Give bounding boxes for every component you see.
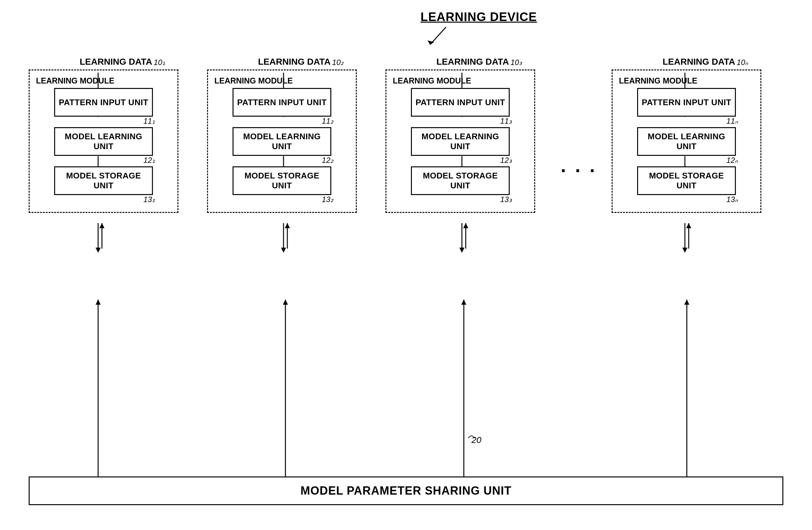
model-storage-unit-2: MODEL STORAGE UNIT: [233, 166, 331, 195]
learning-device-arrow: [420, 24, 459, 49]
diagram: LEARNING DEVICE: [0, 0, 812, 530]
sharing-unit-box: MODEL PARAMETER SHARING UNIT: [29, 476, 783, 505]
ref-13-2: 13₂: [322, 195, 334, 204]
svg-marker-19: [96, 248, 101, 253]
model-learning-unit-1: MODEL LEARNING UNIT: [54, 127, 153, 156]
svg-text:20: 20: [471, 435, 482, 445]
module-dashed-1: LEARNING MODULE PATTERN INPUT UNIT 11₁ M…: [29, 70, 178, 213]
module-col-3: LEARNING DATA 10₃ LEARNING MODULE PATTER…: [386, 57, 535, 213]
learning-data-1: LEARNING DATA 10₁: [79, 57, 165, 67]
model-learning-unit-2: MODEL LEARNING UNIT: [233, 127, 331, 156]
pattern-input-unit-2: PATTERN INPUT UNIT: [233, 88, 331, 117]
ref-11-2: 11₂: [322, 117, 334, 126]
learning-module-label-3: LEARNING MODULE: [393, 76, 471, 85]
ref-11-3: 11₃: [500, 117, 512, 126]
model-learning-unit-n: MODEL LEARNING UNIT: [637, 127, 736, 156]
learning-data-3: LEARNING DATA 10₃: [436, 57, 522, 67]
learning-device-section: LEARNING DEVICE: [420, 10, 537, 49]
ref-13-3: 13₃: [500, 195, 512, 204]
svg-marker-21: [99, 223, 104, 228]
ref-12-n: 12ₙ: [726, 156, 738, 165]
svg-marker-45: [684, 300, 690, 305]
ref-11-1: 11₁: [143, 117, 155, 126]
pattern-input-unit-1: PATTERN INPUT UNIT: [54, 88, 153, 117]
learning-device-label: LEARNING DEVICE: [420, 10, 537, 24]
svg-marker-33: [686, 223, 691, 228]
ref-12-3: 12₃: [500, 156, 512, 165]
pattern-input-unit-3: PATTERN INPUT UNIT: [411, 88, 510, 117]
model-storage-unit-1: MODEL STORAGE UNIT: [54, 166, 153, 195]
ref-13-1: 13₁: [143, 195, 155, 204]
model-learning-unit-3: MODEL LEARNING UNIT: [411, 127, 510, 156]
learning-data-2: LEARNING DATA 10₂: [258, 57, 344, 67]
model-storage-unit-n: MODEL STORAGE UNIT: [637, 166, 736, 195]
module-col-n: LEARNING DATA 10ₙ LEARNING MODULE PATTER…: [612, 57, 762, 213]
module-dashed-n: LEARNING MODULE PATTERN INPUT UNIT 11ₙ M…: [612, 70, 762, 213]
svg-marker-31: [682, 248, 687, 253]
svg-marker-25: [285, 223, 290, 228]
model-storage-unit-3: MODEL STORAGE UNIT: [411, 166, 510, 195]
module-dashed-3: LEARNING MODULE PATTERN INPUT UNIT 11₃ M…: [386, 70, 535, 213]
learning-module-label-n: LEARNING MODULE: [619, 76, 697, 85]
svg-marker-39: [283, 300, 288, 305]
svg-marker-23: [281, 248, 286, 253]
svg-marker-42: [461, 300, 466, 305]
ref-12-1: 12₁: [143, 156, 155, 165]
pattern-input-unit-n: PATTERN INPUT UNIT: [637, 88, 736, 117]
svg-marker-27: [459, 248, 464, 253]
module-dashed-2: LEARNING MODULE PATTERN INPUT UNIT 11₂ M…: [207, 70, 357, 213]
svg-marker-36: [96, 300, 101, 305]
svg-marker-29: [463, 223, 468, 228]
ref-12-2: 12₂: [322, 156, 334, 165]
ellipsis: · · ·: [561, 159, 597, 181]
learning-data-n: LEARNING DATA 10ₙ: [663, 57, 748, 67]
module-col-2: LEARNING DATA 10₂ LEARNING MODULE PATTER…: [207, 57, 357, 213]
learning-module-label-2: LEARNING MODULE: [214, 76, 293, 85]
module-col-1: LEARNING DATA 10₁ LEARNING MODULE PATTER…: [29, 57, 178, 213]
ref-13-n: 13ₙ: [726, 195, 738, 204]
learning-module-label-1: LEARNING MODULE: [36, 76, 114, 85]
ref-11-n: 11ₙ: [726, 117, 738, 126]
sharing-unit-section: MODEL PARAMETER SHARING UNIT: [29, 476, 783, 505]
